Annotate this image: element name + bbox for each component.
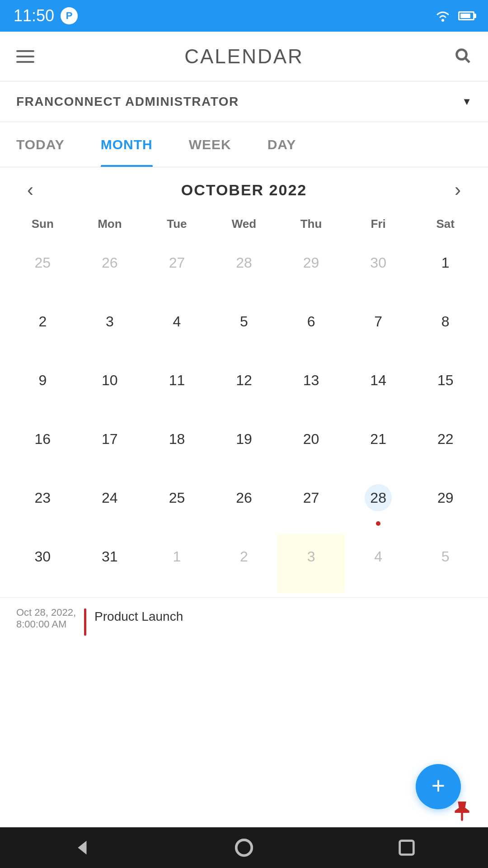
calendar-day[interactable]: 25	[143, 475, 211, 534]
search-button[interactable]	[454, 47, 472, 66]
calendar-day[interactable]: 4	[345, 534, 412, 593]
day-number: 10	[96, 367, 123, 394]
status-time: 11:50	[14, 6, 54, 25]
day-number: 21	[365, 425, 392, 453]
day-number: 2	[230, 543, 258, 570]
app-status-icon: P	[61, 7, 78, 24]
calendar-day[interactable]: 31	[76, 534, 144, 593]
user-name: FRANCONNECT ADMINISTRATOR	[16, 94, 239, 109]
day-number: 6	[298, 308, 325, 335]
calendar-grid: SunMonTueWedThuFriSat 252627282930123456…	[0, 212, 488, 593]
calendar-day[interactable]: 1	[412, 240, 479, 299]
day-number: 25	[29, 249, 56, 276]
day-header: Thu	[277, 212, 345, 236]
calendar-day[interactable]: 16	[9, 416, 76, 475]
status-bar-right	[434, 9, 474, 23]
day-number: 5	[230, 308, 258, 335]
day-number: 16	[29, 425, 56, 453]
next-month-button[interactable]: ›	[450, 175, 465, 205]
calendar-day[interactable]: 29	[277, 240, 345, 299]
plus-icon: +	[432, 774, 445, 797]
app-bar: CALENDAR	[0, 32, 488, 81]
calendar-day[interactable]: 2	[9, 299, 76, 358]
calendar-day[interactable]: 26	[76, 240, 144, 299]
calendar-day[interactable]: 9	[9, 358, 76, 416]
calendar-day[interactable]: 4	[143, 299, 211, 358]
svg-point-4	[236, 840, 252, 856]
day-number: 24	[96, 484, 123, 511]
calendar-day[interactable]: 5	[211, 299, 278, 358]
tab-week[interactable]: WEEK	[171, 122, 249, 167]
day-number: 29	[432, 484, 459, 511]
calendar-day[interactable]: 1	[143, 534, 211, 593]
day-number: 1	[163, 543, 190, 570]
calendar-day[interactable]: 19	[211, 416, 278, 475]
day-number: 30	[365, 249, 392, 276]
calendar-day[interactable]: 24	[76, 475, 144, 534]
bottom-navigation	[0, 827, 488, 868]
calendar-day[interactable]: 6	[277, 299, 345, 358]
day-number: 28	[365, 484, 392, 511]
calendar-day[interactable]: 21	[345, 416, 412, 475]
dropdown-arrow-icon: ▼	[462, 96, 472, 108]
recents-button[interactable]	[389, 830, 425, 866]
calendar-day[interactable]: 3	[277, 534, 345, 593]
calendar-day[interactable]: 23	[9, 475, 76, 534]
day-number: 8	[432, 308, 459, 335]
calendar-day[interactable]: 20	[277, 416, 345, 475]
user-selector[interactable]: FRANCONNECT ADMINISTRATOR ▼	[0, 81, 488, 122]
day-number: 28	[230, 249, 258, 276]
calendar-day[interactable]: 25	[9, 240, 76, 299]
calendar-day[interactable]: 29	[412, 475, 479, 534]
tab-day[interactable]: DAY	[249, 122, 314, 167]
calendar-day[interactable]: 26	[211, 475, 278, 534]
home-button[interactable]	[226, 830, 262, 866]
day-number: 25	[163, 484, 190, 511]
calendar-day[interactable]: 18	[143, 416, 211, 475]
day-header: Mon	[76, 212, 144, 236]
event-strip[interactable]: Oct 28, 2022, 8:00:00 AM Product Launch	[0, 597, 488, 645]
day-header: Fri	[345, 212, 412, 236]
calendar-day[interactable]: 11	[143, 358, 211, 416]
calendar-day[interactable]: 27	[277, 475, 345, 534]
svg-line-2	[465, 58, 469, 62]
calendar-day[interactable]: 10	[76, 358, 144, 416]
day-number: 29	[298, 249, 325, 276]
calendar-day[interactable]: 17	[76, 416, 144, 475]
status-bar: 11:50 P	[0, 0, 488, 32]
svg-marker-3	[78, 841, 86, 855]
day-number: 4	[365, 543, 392, 570]
calendar-day[interactable]: 15	[412, 358, 479, 416]
calendar-day[interactable]: 27	[143, 240, 211, 299]
calendar-day[interactable]: 12	[211, 358, 278, 416]
calendar-day[interactable]: 13	[277, 358, 345, 416]
tab-month[interactable]: MONTH	[83, 122, 171, 167]
day-number: 13	[298, 367, 325, 394]
calendar-day[interactable]: 7	[345, 299, 412, 358]
prev-month-button[interactable]: ‹	[23, 175, 38, 205]
calendar-day[interactable]: 28	[345, 475, 412, 534]
day-number: 27	[298, 484, 325, 511]
day-number: 30	[29, 543, 56, 570]
menu-button[interactable]	[16, 50, 34, 63]
calendar-day[interactable]: 3	[76, 299, 144, 358]
status-bar-left: 11:50 P	[14, 6, 78, 25]
calendar-day[interactable]: 8	[412, 299, 479, 358]
day-headers: SunMonTueWedThuFriSat	[9, 212, 479, 236]
day-number: 9	[29, 367, 56, 394]
day-number: 2	[29, 308, 56, 335]
calendar-day[interactable]: 2	[211, 534, 278, 593]
back-button[interactable]	[63, 830, 99, 866]
calendar-day[interactable]: 30	[345, 240, 412, 299]
calendar-day[interactable]: 14	[345, 358, 412, 416]
tab-today[interactable]: TODAY	[16, 122, 83, 167]
pin-icon	[450, 798, 474, 825]
calendar-day[interactable]: 5	[412, 534, 479, 593]
day-number: 14	[365, 367, 392, 394]
calendar-day[interactable]: 22	[412, 416, 479, 475]
day-number: 20	[298, 425, 325, 453]
calendar-day[interactable]: 28	[211, 240, 278, 299]
calendar-header: ‹ OCTOBER 2022 ›	[0, 167, 488, 212]
calendar-day[interactable]: 30	[9, 534, 76, 593]
days-grid: 2526272829301234567891011121314151617181…	[9, 240, 479, 593]
